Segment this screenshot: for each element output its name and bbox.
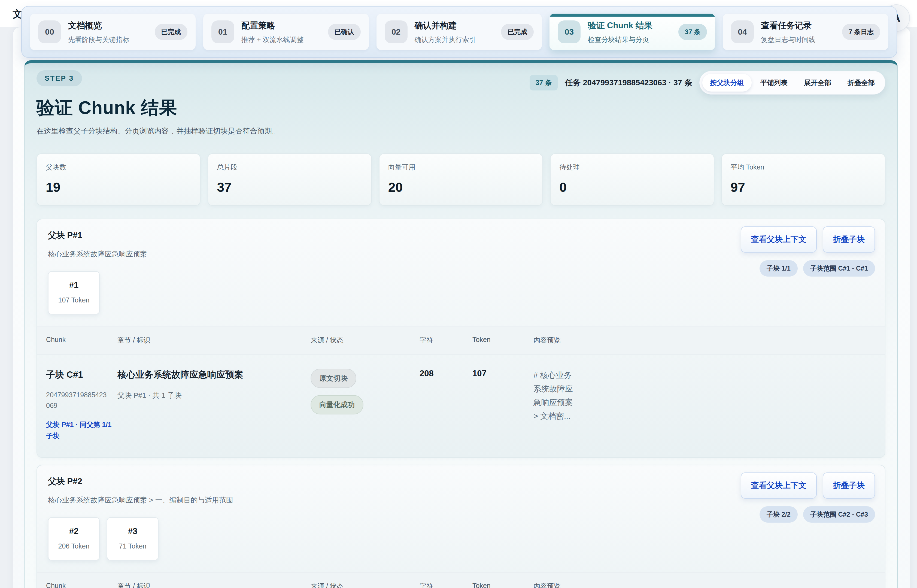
stat-value: 20: [388, 180, 534, 195]
step-title: 验证 Chunk 结果: [588, 20, 671, 31]
chunk-name: 子块 C#1: [46, 369, 118, 381]
chunk-chip-id: #1: [48, 280, 99, 290]
step-card-00-document-overview[interactable]: 00 文档概览 先看阶段与关键指标 已完成: [30, 14, 195, 50]
parent-block-p2: 父块 P#2 核心业务系统故障应急响应预案 > 一、编制目的与适用范围 查看父块…: [37, 465, 885, 588]
view-tab-group-by-parent[interactable]: 按父块分组: [702, 74, 752, 92]
step-number: 02: [385, 21, 408, 43]
step-desc: 先看阶段与关键指标: [68, 35, 148, 44]
section-title: 核心业务系统故障应急响应预案: [118, 369, 311, 381]
step-number: 03: [558, 21, 581, 43]
step-card-03-validate-chunks[interactable]: 03 验证 Chunk 结果 检查分块结果与分页 37 条: [549, 14, 715, 50]
chunk-chip-3[interactable]: #3 71 Token: [107, 517, 158, 561]
child-range-badge: 子块范围 C#2 - C#3: [803, 506, 875, 523]
stats-row: 父块数 19 总片段 37 向量可用 20 待处理 0 平均 Token 97: [37, 153, 885, 206]
step-card-02-confirm-build[interactable]: 02 确认并构建 确认方案并执行索引 已完成: [376, 14, 542, 50]
chunk-chip-id: #3: [107, 527, 158, 536]
stat-value: 37: [217, 180, 362, 195]
stat-pending: 待处理 0: [550, 153, 714, 206]
stat-label: 总片段: [217, 163, 362, 172]
table-header-row: Chunk 章节 / 标识 来源 / 状态 字符 Token 内容预览: [37, 572, 885, 588]
view-parent-context-button[interactable]: 查看父块上下文: [741, 472, 817, 499]
stat-value: 19: [46, 180, 191, 195]
stat-value: 0: [559, 180, 705, 195]
step-status-badge: 已确认: [328, 24, 361, 40]
chunk-chip-row: #2 206 Token #3 71 Token: [37, 517, 885, 561]
view-tab-expand-all[interactable]: 展开全部: [796, 74, 839, 92]
task-id-label: 任务 2047993719885423063 · 37 条: [565, 78, 692, 88]
col-header-chunk: Chunk: [37, 582, 118, 588]
table-row: 子块 C#1 2047993719885423069 父块 P#1 · 同父第 …: [37, 354, 885, 457]
col-header-source-status: 来源 / 状态: [311, 336, 420, 345]
step-title: 确认并构建: [415, 20, 494, 31]
col-header-section: 章节 / 标识: [118, 336, 311, 345]
col-header-token: Token: [472, 582, 533, 588]
step-desc: 复盘日志与时间线: [761, 35, 835, 44]
chunk-id: 2047993719885423069: [46, 389, 107, 411]
chunk-chip-row: #1 107 Token: [37, 271, 885, 315]
token-count: 107: [472, 369, 533, 441]
step-card-04-task-log[interactable]: 04 查看任务记录 复盘日志与时间线 7 条日志: [723, 14, 888, 50]
chunk-chip-id: #2: [48, 527, 99, 536]
chunk-chip-tokens: 107 Token: [48, 296, 99, 304]
stat-total-fragments: 总片段 37: [208, 153, 371, 206]
chunk-chip-tokens: 71 Token: [107, 542, 158, 550]
vectorized-status-tag: 向量化成功: [311, 395, 363, 414]
stat-label: 平均 Token: [731, 163, 876, 172]
chunk-chip-1[interactable]: #1 107 Token: [48, 271, 100, 315]
parent-block-p1: 父块 P#1 核心业务系统故障应急响应预案 查看父块上下文 折叠子块 子块 1/…: [37, 219, 885, 458]
step-count-badge: 37 条: [678, 24, 707, 40]
collapse-children-button[interactable]: 折叠子块: [823, 472, 875, 499]
child-count-badge: 子块 1/1: [760, 260, 798, 276]
step3-panel: STEP 3 验证 Chunk 结果 在这里检查父子分块结构、分页浏览内容，并抽…: [24, 60, 898, 588]
step-label-badge: STEP 3: [37, 70, 82, 86]
chunk-chip-2[interactable]: #2 206 Token: [48, 517, 100, 561]
table-header-row: Chunk 章节 / 标识 来源 / 状态 字符 Token 内容预览: [37, 326, 885, 354]
col-header-section: 章节 / 标识: [118, 582, 311, 588]
step-desc: 确认方案并执行索引: [415, 35, 494, 44]
step-status-badge: 已完成: [501, 24, 534, 40]
parent-link[interactable]: 父块 P#1 · 同父第 1/1 子块: [46, 419, 113, 442]
col-header-chars: 字符: [420, 582, 472, 588]
step-number: 04: [731, 21, 754, 43]
col-header-preview: 内容预览: [533, 582, 885, 588]
step-desc: 检查分块结果与分页: [588, 35, 671, 44]
stepper-bar: 00 文档概览 先看阶段与关键指标 已完成 01 配置策略 推荐 + 双流水线调…: [21, 6, 897, 58]
step-card-01-configure-strategy[interactable]: 01 配置策略 推荐 + 双流水线调整 已确认: [203, 14, 369, 50]
stat-vectors-available: 向量可用 20: [379, 153, 543, 206]
view-tab-collapse-all[interactable]: 折叠全部: [840, 74, 882, 92]
collapse-children-button[interactable]: 折叠子块: [823, 226, 875, 253]
view-switch: 按父块分组 平铺列表 展开全部 折叠全部: [699, 71, 885, 95]
page-title: 验证 Chunk 结果: [37, 95, 885, 120]
col-header-token: Token: [472, 336, 533, 345]
step-number: 00: [38, 21, 61, 43]
page-subtitle: 在这里检查父子分块结构、分页浏览内容，并抽样验证切块是否符合预期。: [37, 126, 885, 136]
col-header-source-status: 来源 / 状态: [311, 582, 420, 588]
chunk-table: Chunk 章节 / 标识 来源 / 状态 字符 Token 内容预览 子块 C…: [37, 326, 885, 457]
child-count-badge: 子块 2/2: [760, 506, 798, 523]
stat-label: 待处理: [559, 163, 705, 172]
step-title: 配置策略: [241, 20, 321, 31]
total-count-badge: 37 条: [530, 75, 558, 90]
stat-label: 向量可用: [388, 163, 534, 172]
step-title: 文档概览: [68, 20, 148, 31]
source-tag: 原文切块: [311, 369, 356, 388]
step-number: 01: [211, 21, 234, 43]
step-title: 查看任务记录: [761, 20, 835, 31]
step-desc: 推荐 + 双流水线调整: [241, 35, 321, 44]
stat-label: 父块数: [46, 163, 191, 172]
col-header-chunk: Chunk: [37, 336, 118, 345]
view-tab-flat-list[interactable]: 平铺列表: [753, 74, 795, 92]
chunk-chip-tokens: 206 Token: [48, 542, 99, 550]
chunk-table: Chunk 章节 / 标识 来源 / 状态 字符 Token 内容预览: [37, 572, 885, 588]
view-parent-context-button[interactable]: 查看父块上下文: [741, 226, 817, 253]
stat-avg-token: 平均 Token 97: [722, 153, 885, 206]
char-count: 208: [420, 369, 472, 441]
step-status-badge: 已完成: [155, 24, 187, 40]
section-subtitle: 父块 P#1 · 共 1 子块: [118, 391, 311, 400]
stat-value: 97: [731, 180, 876, 195]
child-range-badge: 子块范围 C#1 - C#1: [803, 260, 875, 276]
col-header-preview: 内容预览: [533, 336, 885, 345]
stat-parent-count: 父块数 19: [37, 153, 200, 206]
step-status-badge: 7 条日志: [842, 24, 880, 40]
content-preview: # 核心业务系统故障应急响应预案 > 文档密...: [533, 369, 575, 423]
